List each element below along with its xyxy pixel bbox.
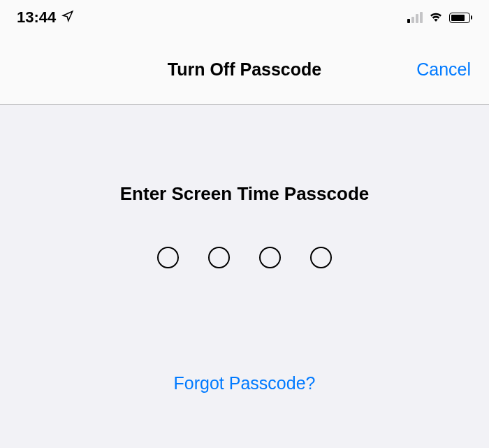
content-area: Enter Screen Time Passcode Forgot Passco… xyxy=(0,105,489,393)
battery-icon xyxy=(449,13,472,23)
status-bar: 13:44 xyxy=(0,0,489,35)
wifi-icon xyxy=(428,10,444,24)
cancel-button[interactable]: Cancel xyxy=(416,59,471,80)
forgot-passcode-link[interactable]: Forgot Passcode? xyxy=(174,373,316,393)
page-title: Turn Off Passcode xyxy=(168,59,321,80)
cellular-icon xyxy=(407,12,423,23)
passcode-dots[interactable] xyxy=(157,247,332,268)
nav-header: Turn Off Passcode Cancel xyxy=(0,35,489,105)
status-right xyxy=(407,10,472,24)
passcode-dot-3 xyxy=(259,247,281,268)
status-time: 13:44 xyxy=(17,8,56,27)
status-left: 13:44 xyxy=(17,8,74,27)
passcode-dot-1 xyxy=(157,247,179,268)
location-icon xyxy=(61,8,74,27)
passcode-dot-4 xyxy=(310,247,332,268)
passcode-dot-2 xyxy=(208,247,230,268)
passcode-prompt: Enter Screen Time Passcode xyxy=(120,183,369,205)
